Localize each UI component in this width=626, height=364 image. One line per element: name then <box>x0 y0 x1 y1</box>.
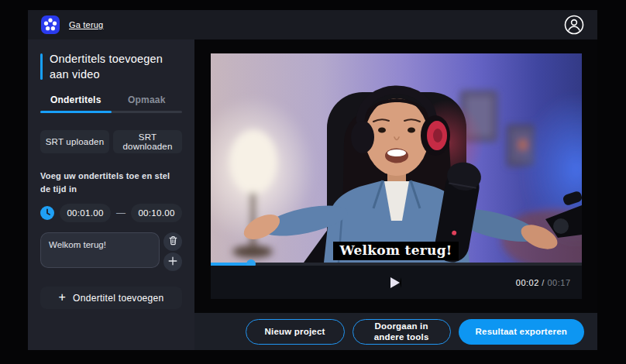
time-display: 00:02 / 00:17 <box>516 278 571 287</box>
video-frame: Welkom terug! <box>211 53 582 263</box>
time-separator: / <box>539 278 548 287</box>
time-range-separator: — <box>116 208 126 218</box>
back-link[interactable]: Ga terug <box>69 20 103 29</box>
time-end-input[interactable] <box>131 204 182 222</box>
video-stage: Welkom terug! 00:02 / 00:17 <box>194 39 597 313</box>
srt-upload-button[interactable]: SRT uploaden <box>40 130 109 153</box>
player-controls: 00:02 / 00:17 <box>211 266 582 299</box>
add-subtitle-button[interactable]: + Ondertitel toevoegen <box>40 287 182 309</box>
delete-subtitle-button[interactable] <box>163 232 182 251</box>
srt-download-button[interactable]: SRT downloaden <box>113 130 182 153</box>
new-project-button[interactable]: Nieuw project <box>246 319 345 345</box>
play-button[interactable] <box>390 277 401 288</box>
top-bar: Ga terug <box>28 10 597 39</box>
export-result-button[interactable]: Resultaat exporteren <box>459 319 584 345</box>
add-subtitle-inline-button[interactable] <box>163 252 182 271</box>
time-section-label: Voeg uw ondertitels toe en stel de tijd … <box>40 170 182 196</box>
plus-icon: + <box>58 291 66 304</box>
time-start-input[interactable] <box>60 204 111 222</box>
page-title: Ondertitels toevoegen aan video <box>50 52 182 82</box>
footer-bar: Nieuw project Doorgaan in andere tools R… <box>194 313 597 350</box>
continue-other-tools-button[interactable]: Doorgaan in andere tools <box>353 319 451 345</box>
sidebar-tabs: Ondertitels Opmaak <box>40 94 182 113</box>
main-area: Welkom terug! 00:02 / 00:17 <box>194 39 597 350</box>
video-still-image <box>211 53 582 263</box>
total-time: 00:17 <box>547 278 570 287</box>
video-caption: Welkom terug! <box>211 242 582 260</box>
trash-icon <box>168 235 178 248</box>
plus-icon <box>168 256 177 268</box>
title-accent-bar <box>40 53 43 80</box>
subtitle-text-input[interactable]: Welkom terug! <box>40 232 160 268</box>
current-time: 00:02 <box>516 278 539 287</box>
tab-ondertitels[interactable]: Ondertitels <box>40 94 112 105</box>
app-logo-icon[interactable] <box>41 15 60 34</box>
video-player: Welkom terug! 00:02 / 00:17 <box>211 53 582 299</box>
clock-icon <box>40 206 54 220</box>
tabs-underline-active <box>40 111 112 113</box>
app-window: Ga terug Ondertitels toevoegen aan video… <box>28 10 597 350</box>
add-subtitle-label: Ondertitel toevoegen <box>73 293 163 304</box>
user-avatar-icon[interactable] <box>564 15 584 35</box>
tab-opmaak[interactable]: Opmaak <box>112 94 183 105</box>
sidebar: Ondertitels toevoegen aan video Ondertit… <box>28 39 194 350</box>
